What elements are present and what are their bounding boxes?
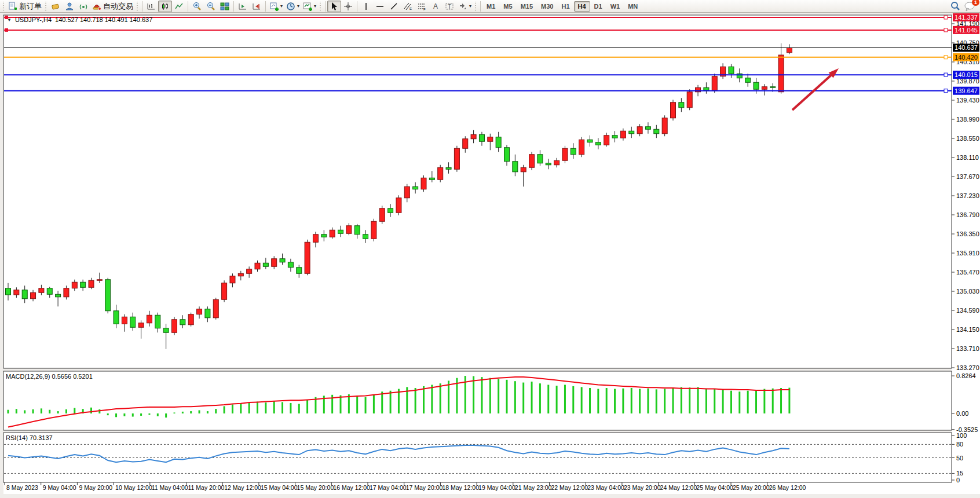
line-handle[interactable] [944, 28, 948, 32]
svg-text:137.230: 137.230 [956, 192, 979, 199]
timeframe-clock-button[interactable]: ▾ [284, 1, 301, 12]
zoom-out-button[interactable] [204, 1, 218, 12]
vertical-line-button[interactable] [359, 1, 373, 12]
timeframe-clock-icon [286, 2, 295, 11]
crosshair-icon [343, 2, 353, 11]
svg-text:9 May 04:00: 9 May 04:00 [43, 484, 76, 491]
timeframe-m1[interactable]: M1 [482, 1, 499, 12]
horizontal-line-button[interactable] [373, 1, 387, 12]
timeframe-m5[interactable]: M5 [499, 1, 516, 12]
notification-badge: 1 [972, 0, 979, 6]
toolbar: 新订单 自动交易 [0, 0, 980, 13]
chart-ohlc-values: 140.527 140.718 140.491 140.637 [55, 16, 152, 23]
timeframe-m15[interactable]: M15 [517, 1, 537, 12]
toolbar-separator [142, 1, 142, 12]
chart-title: ▼ USDJPY-,H4 140.527 140.718 140.491 140… [7, 16, 152, 23]
svg-text:15 May 20:00: 15 May 20:00 [297, 484, 334, 491]
timeframe-h4[interactable]: H4 [574, 1, 590, 12]
svg-text:22 May 12:00: 22 May 12:00 [551, 484, 588, 491]
toolbar-drag-handle[interactable] [2, 2, 5, 11]
line-handle[interactable] [944, 16, 948, 19]
timeframe-m30[interactable]: M30 [537, 1, 557, 12]
toolbar-drag-handle[interactable] [45, 2, 47, 11]
text-label-button[interactable]: T [443, 1, 456, 12]
indicator-list-icon [303, 2, 312, 11]
shapes-button[interactable]: ▾ [456, 1, 473, 12]
dropdown-caret: ▾ [314, 3, 316, 9]
profile-button[interactable] [63, 1, 76, 12]
shapes-icon [458, 2, 467, 11]
macd-indicator-label: MACD(12,26,9) 0.5656 0.5201 [6, 373, 93, 380]
line-handle[interactable] [944, 89, 948, 93]
candlestick-chart-icon [160, 2, 170, 11]
algo-trading-button[interactable]: 自动交易 [90, 1, 135, 12]
svg-text:138.550: 138.550 [956, 135, 979, 142]
svg-text:50: 50 [956, 455, 963, 462]
timeframe-mn[interactable]: MN [624, 1, 642, 12]
trading-terminal-window: 新订单 自动交易 [0, 0, 980, 498]
svg-text:21 May 23:00: 21 May 23:00 [515, 484, 552, 491]
timeframe-w1[interactable]: W1 [606, 1, 624, 12]
line-handle[interactable] [944, 56, 948, 59]
candlestick-chart-button[interactable] [158, 1, 172, 12]
rsi-panel[interactable] [3, 433, 952, 482]
indicators-button[interactable]: ▾ [301, 1, 318, 12]
svg-text:24 May 12:00: 24 May 12:00 [660, 484, 697, 491]
toolbar-separator [357, 1, 357, 12]
svg-text:15 May 04:00: 15 May 04:00 [261, 484, 298, 491]
svg-text:136.790: 136.790 [956, 211, 979, 218]
auto-scroll-button[interactable] [236, 1, 250, 12]
cursor-button[interactable] [327, 1, 341, 12]
gold-tool-button[interactable] [49, 1, 63, 12]
search-icon[interactable] [950, 1, 960, 12]
line-handle[interactable] [944, 73, 948, 76]
svg-text:19 May 04:00: 19 May 04:00 [478, 484, 515, 491]
toolbar-drag-handle[interactable] [474, 2, 477, 11]
svg-text:0.8264: 0.8264 [956, 372, 976, 379]
svg-text:F: F [423, 8, 426, 11]
crosshair-button[interactable] [341, 1, 355, 12]
chart-canvas[interactable]: 141.190140.750140.310139.870139.430138.9… [0, 13, 980, 498]
trendline-icon [389, 2, 398, 11]
toolbar-drag-handle[interactable] [319, 2, 322, 11]
symbol-dropdown-caret[interactable]: ▼ [7, 17, 12, 23]
svg-text:A: A [433, 2, 438, 10]
vertical-line-icon [361, 2, 371, 11]
text-button[interactable]: A [429, 1, 443, 12]
horizontal-line-icon [375, 2, 385, 11]
svg-text:0.00: 0.00 [956, 410, 968, 417]
fibonacci-icon: F [417, 2, 426, 11]
signal-icon [79, 2, 88, 11]
user-icon [65, 2, 74, 11]
new-order-button[interactable]: 新订单 [6, 1, 43, 12]
chart-shift-button[interactable] [250, 1, 264, 12]
text-icon: A [431, 2, 440, 11]
line-chart-icon [174, 2, 184, 11]
svg-text:25 May 20:00: 25 May 20:00 [733, 484, 770, 491]
equidistant-channel-button[interactable]: E [401, 1, 415, 12]
svg-text:140.015: 140.015 [955, 71, 978, 78]
notifications-button[interactable]: 1 [964, 1, 975, 12]
timeframe-h1[interactable]: H1 [557, 1, 573, 12]
main-panel[interactable] [3, 15, 952, 368]
time-axis[interactable]: 8 May 20239 May 04:009 May 20:0010 May 1… [5, 482, 806, 491]
line-handle[interactable] [5, 28, 8, 32]
svg-text:133.270: 133.270 [956, 364, 979, 371]
svg-text:139.430: 139.430 [956, 97, 979, 104]
new-chart-button[interactable]: ▾ [268, 1, 284, 12]
new-chart-icon [269, 2, 279, 11]
zoom-in-button[interactable] [190, 1, 204, 12]
chart-shift-icon [252, 2, 261, 11]
svg-text:139.647: 139.647 [955, 87, 978, 94]
trendline-button[interactable] [387, 1, 401, 12]
tile-windows-icon [220, 2, 229, 11]
timeframe-d1[interactable]: D1 [590, 1, 606, 12]
signals-button[interactable] [76, 1, 90, 12]
tile-windows-button[interactable] [218, 1, 232, 12]
fibonacci-button[interactable]: F [415, 1, 429, 12]
bar-chart-button[interactable] [144, 1, 158, 12]
cursor-icon [330, 2, 339, 11]
svg-text:138.110: 138.110 [956, 154, 979, 161]
line-chart-button[interactable] [172, 1, 186, 12]
toolbar-drag-handle[interactable] [136, 2, 139, 11]
